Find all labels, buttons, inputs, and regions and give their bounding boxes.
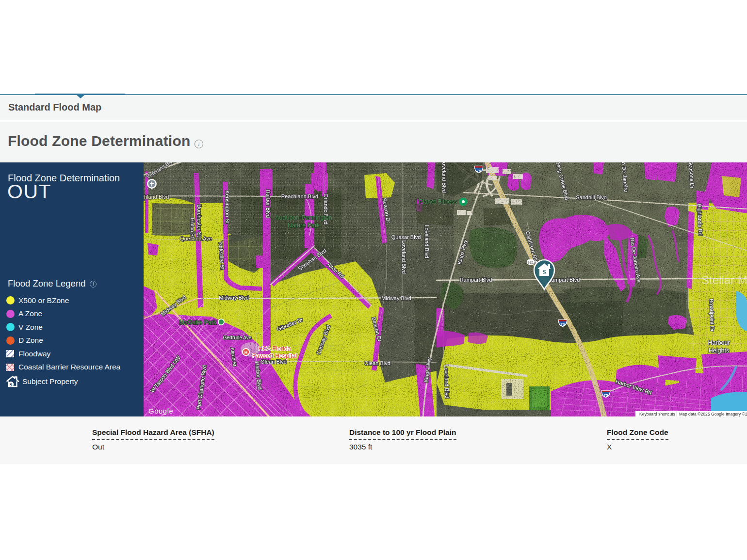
svg-text:H: H <box>244 350 248 355</box>
svg-text:Rampart Blvd: Rampart Blvd <box>460 277 492 283</box>
svg-text:Dorchester St: Dorchester St <box>196 204 202 237</box>
svg-text:McGuire Park: McGuire Park <box>179 319 217 326</box>
svg-text:Keyboard shortcuts: Keyboard shortcuts <box>639 412 675 416</box>
svg-text:Stellar MLS: Stellar MLS <box>701 273 747 287</box>
svg-text:Fawcett Hospital: Fawcett Hospital <box>252 352 297 359</box>
svg-text:Highlands Rd: Highlands Rd <box>697 204 703 236</box>
svg-text:Peachland Blvd: Peachland Blvd <box>281 193 318 199</box>
svg-text:75: 75 <box>477 169 481 173</box>
svg-text:Audubon-Pennington: Audubon-Pennington <box>275 214 332 221</box>
svg-text:Loveland Blvd: Loveland Blvd <box>424 224 430 258</box>
svg-text:S: S <box>10 382 13 387</box>
svg-text:Google: Google <box>148 407 173 415</box>
svg-text:Quesada Ave: Quesada Ave <box>180 236 212 241</box>
svg-text:Heights: Heights <box>709 347 729 354</box>
svg-text:Midway Blvd: Midway Blvd <box>219 295 249 301</box>
svg-text:Olean Blvd: Olean Blvd <box>364 360 390 366</box>
svg-text:Kensington St: Kensington St <box>225 191 230 224</box>
svg-text:Harbor Blvd: Harbor Blvd <box>265 190 271 218</box>
svg-text:Quasar Blvd: Quasar Blvd <box>391 234 421 240</box>
svg-text:Planet Fitness: Planet Fitness <box>419 198 457 205</box>
svg-text:Harbour: Harbour <box>708 339 730 346</box>
svg-text:Hinton St: Hinton St <box>190 218 195 238</box>
svg-text:Loveland Blvd: Loveland Blvd <box>441 162 447 193</box>
svg-text:Nature Park: Nature Park <box>288 222 320 229</box>
svg-text:HCA Florida: HCA Florida <box>258 345 291 352</box>
svg-text:931: 931 <box>527 260 534 265</box>
svg-text:chland Blvd: chland Blvd <box>144 194 169 200</box>
svg-text:S: S <box>542 268 546 275</box>
svg-text:Sandhill Blvd: Sandhill Blvd <box>576 194 607 200</box>
svg-text:Loveland Blvd: Loveland Blvd <box>401 240 407 273</box>
svg-text:Midway Blvd: Midway Blvd <box>381 295 411 301</box>
svg-text:Broadpoint Dr: Broadpoint Dr <box>709 299 715 332</box>
svg-text:Olean Blvd: Olean Blvd <box>260 359 287 365</box>
svg-text:Map data ©2025 Google Imagery: Map data ©2025 Google Imagery ©20 <box>679 412 747 416</box>
svg-text:Loveland Blvd: Loveland Blvd <box>443 365 450 398</box>
svg-text:Gertrude Ave: Gertrude Ave <box>223 335 252 340</box>
